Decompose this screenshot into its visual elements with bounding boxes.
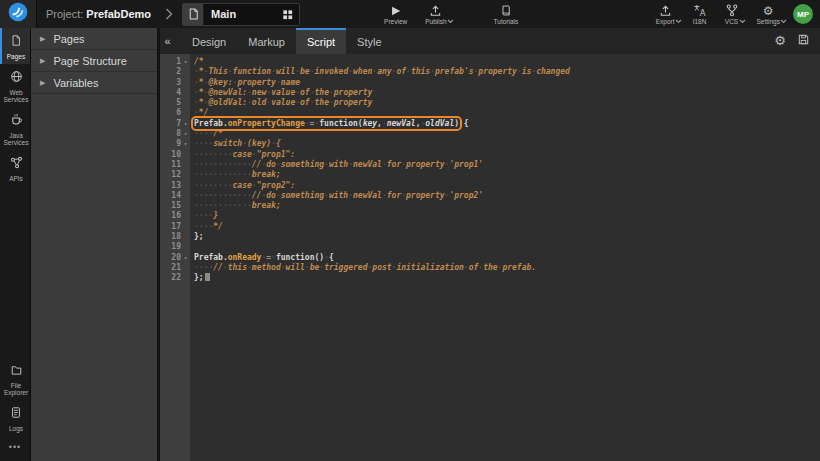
settings-button[interactable]: ⚙Settings <box>757 4 781 25</box>
fold-arrow-icon[interactable]: ▾ <box>181 129 190 139</box>
rail-item-apis[interactable]: APIs <box>0 150 30 186</box>
code-line[interactable]: ·*·This·function·will·be·invoked·when·an… <box>194 67 820 77</box>
panel-section-label: Variables <box>53 77 98 89</box>
code-line[interactable]: ····switch·(key)·{ <box>194 139 820 149</box>
code-line[interactable]: ········case·"prop2": <box>194 181 820 191</box>
code-line[interactable]: ·*·@oldVal:·old·value·of·the·property <box>194 98 820 108</box>
code-line[interactable]: ············//·do·something·with·newVal·… <box>194 191 820 201</box>
gutter-line[interactable]: 1▾ <box>160 57 190 67</box>
gutter-line[interactable]: 16 <box>160 211 190 221</box>
code-line[interactable]: /* <box>194 57 820 67</box>
highlight-box: Prefab.onPropertyChange·=·function(key,·… <box>194 119 459 128</box>
rail-item-file-explorer[interactable]: File Explorer <box>0 357 30 400</box>
page-selector-dropdown[interactable]: Main <box>182 3 300 26</box>
gutter-line[interactable]: 12 <box>160 170 190 180</box>
gutter-line[interactable]: 10 <box>160 150 190 160</box>
rail-item-java-services[interactable]: Java Services <box>0 107 30 150</box>
line-number: 16 <box>171 211 181 221</box>
rail-item-pages[interactable]: Pages <box>0 28 30 64</box>
gutter-line[interactable]: 13 <box>160 181 190 191</box>
gutter-line[interactable]: 9▾ <box>160 139 190 149</box>
rail-item-logs[interactable]: Logs <box>0 400 30 436</box>
gutter-line[interactable]: 18 <box>160 232 190 242</box>
line-number: 14 <box>171 191 181 201</box>
logs-icon <box>10 405 22 423</box>
tutorials-button[interactable]: Tutorials <box>494 4 519 25</box>
apis-icon <box>10 155 23 173</box>
rail-item-label: File Explorer <box>2 382 30 396</box>
tab-markup[interactable]: Markup <box>237 28 296 54</box>
wavemaker-logo-icon <box>8 2 28 26</box>
gutter-line[interactable]: 17 <box>160 222 190 232</box>
fold-arrow-icon[interactable]: ▾ <box>181 139 190 149</box>
fold-arrow-icon[interactable]: ▾ <box>181 119 190 129</box>
gutter-line[interactable]: 21 <box>160 263 190 273</box>
gutter-line[interactable]: 2 <box>160 67 190 77</box>
preview-button[interactable]: Preview <box>384 4 407 25</box>
code-line[interactable]: ····//·this·method·will·be·triggered·pos… <box>194 263 820 273</box>
code-line[interactable]: ············break; <box>194 201 820 211</box>
line-number: 22 <box>171 273 181 283</box>
gutter-line[interactable]: 22 <box>160 273 190 283</box>
app-logo-button[interactable] <box>0 0 37 28</box>
code-line[interactable]: Prefab.onPropertyChange·=·function(key,·… <box>194 119 820 129</box>
code-line[interactable]: ············break; <box>194 170 820 180</box>
script-editor[interactable]: 1▾234567▾8▾9▾1011121314151617181920▾2122… <box>160 54 820 461</box>
gutter-line[interactable]: 5 <box>160 98 190 108</box>
gutter-line[interactable]: 20▾ <box>160 253 190 263</box>
code-line[interactable]: Prefab.onReady·=·function()·{ <box>194 253 820 263</box>
tab-script[interactable]: Script <box>296 28 346 54</box>
code-line[interactable]: ········case·"prop1": <box>194 150 820 160</box>
line-number: 5 <box>176 98 181 108</box>
rail-item-web-services[interactable]: Web Services <box>0 64 30 107</box>
code-line[interactable]: ·*·@newVal:·new·value·of·the·property <box>194 88 820 98</box>
publish-button[interactable]: Publish <box>425 4 446 25</box>
code-line[interactable]: }; <box>194 232 820 242</box>
gutter-line[interactable]: 6 <box>160 108 190 118</box>
gutter-line[interactable]: 3 <box>160 78 190 88</box>
page-grid-icon[interactable] <box>281 8 294 21</box>
code-line[interactable]: }; <box>194 273 820 283</box>
fold-arrow-icon[interactable]: ▾ <box>181 57 190 67</box>
expand-caret-icon: ▶ <box>40 35 45 43</box>
page-file-icon <box>183 4 204 25</box>
tutorials-label: Tutorials <box>494 18 519 25</box>
user-avatar[interactable]: MP <box>793 4 813 24</box>
collapse-panel-icon[interactable]: « <box>161 28 174 54</box>
gutter-line[interactable]: 8▾ <box>160 129 190 139</box>
code-area[interactable]: /*·*·This·function·will·be·invoked·when·… <box>190 54 820 461</box>
vcs-button[interactable]: VCS <box>725 4 739 25</box>
editor-toolbar: ⚙ <box>774 28 820 54</box>
code-line[interactable]: ····/* <box>194 129 820 139</box>
code-line[interactable]: ····*/ <box>194 222 820 232</box>
gutter-line[interactable]: 14 <box>160 191 190 201</box>
code-line[interactable] <box>194 242 820 252</box>
gutter-line[interactable]: 7▾ <box>160 119 190 129</box>
tab-style[interactable]: Style <box>346 28 392 54</box>
gutter-line[interactable]: 11 <box>160 160 190 170</box>
fold-arrow-icon[interactable]: ▾ <box>181 253 190 263</box>
save-icon[interactable] <box>797 32 810 50</box>
web-services-icon <box>10 69 23 87</box>
panel-section-pages[interactable]: ▶Pages <box>31 28 157 50</box>
project-breadcrumb: Project:PrefabDemo <box>46 8 151 20</box>
editor-settings-gear-icon[interactable]: ⚙ <box>774 35 786 47</box>
panel-section-variables[interactable]: ▶Variables <box>31 72 157 94</box>
export-button[interactable]: Export <box>656 4 675 25</box>
more-options-button[interactable]: ••• <box>0 436 30 461</box>
panel-section-label: Pages <box>53 33 84 45</box>
java-services-icon <box>10 112 23 130</box>
tab-design[interactable]: Design <box>181 28 237 54</box>
code-line[interactable]: ·*·@key:·property·name <box>194 78 820 88</box>
gutter-line[interactable]: 4 <box>160 88 190 98</box>
left-icon-rail: PagesWeb ServicesJava ServicesAPIs File … <box>0 28 30 461</box>
code-line[interactable]: ····} <box>194 211 820 221</box>
tutorials-icon <box>500 4 512 17</box>
gutter-line[interactable]: 15 <box>160 201 190 211</box>
gutter-line[interactable]: 19 <box>160 242 190 252</box>
chevron-down-icon <box>447 10 454 28</box>
code-line[interactable]: ············//·do·something·with·newVal·… <box>194 160 820 170</box>
code-line[interactable]: ·*/ <box>194 108 820 118</box>
panel-section-page-structure[interactable]: ▶Page Structure <box>31 50 157 72</box>
i18n-button[interactable]: AI18N <box>693 4 707 25</box>
